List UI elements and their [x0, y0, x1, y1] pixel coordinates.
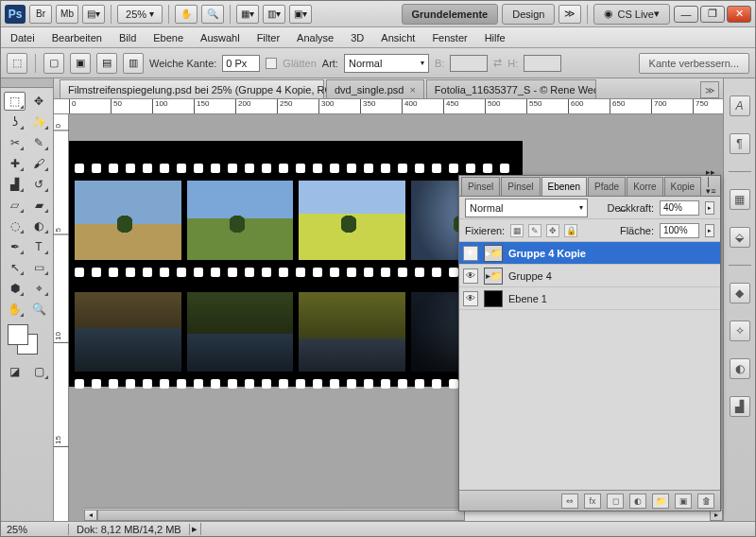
status-zoom[interactable]: 25% [1, 524, 69, 535]
tool-gradient[interactable]: ▰ [28, 196, 50, 215]
tool-move[interactable]: ✥ [28, 92, 50, 111]
doc-tabs-overflow[interactable]: ≫ [700, 81, 719, 98]
layer-name[interactable]: Gruppe 4 [508, 270, 552, 282]
lock-all-icon[interactable]: 🔒 [564, 224, 577, 237]
tool-stamp[interactable]: ▟ [4, 175, 26, 194]
dock-navigator-icon[interactable]: ✧ [730, 320, 750, 341]
status-menu-toggle[interactable]: ▸ [190, 523, 201, 535]
dock-swatches-icon[interactable]: ▦ [730, 189, 750, 210]
dock-paragraph-icon[interactable]: ¶ [730, 133, 750, 154]
selection-add[interactable]: ▣ [70, 53, 91, 74]
tool-lasso[interactable]: ʖ [4, 113, 26, 131]
ruler-horizontal[interactable]: 0501001502002503003504004505005506006507… [54, 99, 723, 114]
layer-row[interactable]: 👁 ▸📁 Gruppe 4 Kopie [459, 242, 720, 265]
fill-slider-toggle[interactable]: ▸ [705, 224, 714, 237]
doc-tab-2[interactable]: dvd_single.psd× [326, 79, 424, 98]
menu-ebene[interactable]: Ebene [153, 32, 183, 43]
tool-3d-camera[interactable]: ⌖ [28, 279, 50, 298]
opacity-slider-toggle[interactable]: ▸ [705, 201, 714, 215]
tool-eraser[interactable]: ▱ [4, 196, 26, 215]
visibility-toggle[interactable]: 👁 [463, 268, 478, 284]
doc-tab-3[interactable]: Fotolia_11635377_S - © Rene Wech [426, 79, 596, 98]
opacity-input[interactable]: 40% [660, 200, 699, 216]
foreground-swatch[interactable] [8, 324, 28, 345]
tool-blur[interactable]: ◌ [4, 217, 26, 235]
bridge-button[interactable]: Br [29, 5, 52, 24]
menu-hilfe[interactable]: Hilfe [485, 32, 506, 43]
layer-fx-icon[interactable]: fx [584, 494, 601, 509]
menu-fenster[interactable]: Fenster [432, 32, 467, 43]
selection-intersect[interactable]: ▥ [123, 53, 144, 74]
selection-new[interactable]: ▢ [43, 53, 64, 74]
menu-bearbeiten[interactable]: Bearbeiten [52, 32, 102, 43]
panel-tab-pinsel1[interactable]: Pinsel [461, 177, 500, 196]
feather-input[interactable] [222, 55, 260, 72]
window-minimize[interactable]: — [674, 6, 698, 23]
panel-tab-pfade[interactable]: Pfade [588, 177, 626, 196]
selection-subtract[interactable]: ▤ [96, 53, 117, 74]
menu-filter[interactable]: Filter [257, 32, 280, 43]
layer-row[interactable]: 👁 Ebene 1 [459, 287, 720, 310]
tool-shape[interactable]: ▭ [28, 258, 50, 277]
workspace-primary[interactable]: Grundelemente [402, 4, 499, 25]
visibility-toggle[interactable]: 👁 [463, 246, 478, 261]
scroll-left-icon[interactable]: ◂ [84, 510, 97, 521]
screen-mode-button[interactable]: ▣▾ [289, 5, 312, 24]
adjustment-layer-icon[interactable]: ◐ [629, 494, 646, 509]
ruler-vertical[interactable]: 051015 [54, 114, 69, 521]
tool-eyedropper[interactable]: ✎ [28, 133, 50, 152]
zoom-tool-button[interactable]: 🔍 [201, 5, 224, 24]
visibility-toggle[interactable]: 👁 [463, 291, 478, 306]
arrange-docs-button[interactable]: ▥▾ [263, 5, 285, 24]
panel-tab-korrekturen[interactable]: Korre [627, 177, 662, 196]
rotate-view-button[interactable]: ▦▾ [236, 5, 259, 24]
tool-brush[interactable]: 🖌 [28, 154, 50, 173]
tool-3d[interactable]: ⬢ [4, 279, 26, 298]
cslive-button[interactable]: ◉ CS Live ▾ [593, 4, 670, 25]
tool-marquee[interactable]: ⬚ [4, 92, 26, 111]
menu-3d[interactable]: 3D [351, 32, 364, 43]
lock-pixels-icon[interactable]: ▦ [510, 224, 524, 237]
doc-tab-1[interactable]: Filmstreifenspiegelung.psd bei 25% (Grup… [60, 79, 324, 98]
window-maximize[interactable]: ❐ [700, 6, 725, 23]
layer-mask-icon[interactable]: ◻ [607, 494, 624, 509]
dock-type-icon[interactable]: A [730, 95, 750, 116]
layer-name[interactable]: Gruppe 4 Kopie [508, 248, 586, 259]
zoom-combo[interactable]: 25% ▾ [117, 5, 163, 24]
current-tool-preset[interactable]: ⬚ [7, 53, 27, 74]
layer-name[interactable]: Ebene 1 [508, 293, 547, 304]
style-select[interactable]: Normal▾ [344, 54, 429, 73]
tool-magic-wand[interactable]: ✨ [28, 113, 50, 131]
tool-hand[interactable]: ✋ [4, 300, 26, 319]
tool-history-brush[interactable]: ↺ [28, 175, 50, 194]
panel-tab-ebenen[interactable]: Ebenen [541, 177, 587, 196]
view-extras-button[interactable]: ▤▾ [82, 5, 105, 24]
panel-tab-pinsel2[interactable]: Pinsel [501, 177, 540, 196]
minibridge-button[interactable]: Mb [56, 5, 78, 24]
tool-dodge[interactable]: ◐ [28, 217, 50, 235]
hand-tool-button[interactable]: ✋ [175, 5, 198, 24]
tool-screenmode[interactable]: ▢ [28, 362, 50, 381]
menu-ansicht[interactable]: Ansicht [381, 32, 415, 43]
workspace-more[interactable]: ≫ [558, 5, 581, 24]
fill-input[interactable]: 100% [660, 223, 699, 238]
blend-mode-select[interactable]: Normal▾ [465, 199, 588, 217]
status-docsize[interactable]: Dok: 8,12 MB/14,2 MB [69, 524, 190, 535]
lock-position-icon[interactable]: ✥ [546, 224, 559, 237]
tool-type[interactable]: T [28, 237, 50, 256]
panel-overflow-icon[interactable]: ▸▸ │ ▾≡ [702, 167, 720, 196]
layer-group-icon[interactable]: 📁 [652, 494, 669, 509]
tool-quickmask[interactable]: ◪ [4, 362, 26, 381]
menu-datei[interactable]: Datei [10, 32, 35, 43]
new-layer-icon[interactable]: ▣ [675, 494, 692, 509]
tool-path-select[interactable]: ↖ [4, 258, 26, 277]
link-layers-icon[interactable]: ⇔ [561, 494, 578, 509]
menu-auswahl[interactable]: Auswahl [200, 32, 240, 43]
dock-styles-icon[interactable]: ⬙ [730, 227, 750, 248]
color-swatches[interactable] [4, 324, 50, 358]
toolbox-grip[interactable] [1, 78, 53, 88]
layer-row[interactable]: 👁 ▸📁 Gruppe 4 [459, 265, 720, 287]
delete-layer-icon[interactable]: 🗑 [697, 494, 714, 509]
menu-bild[interactable]: Bild [119, 32, 136, 43]
refine-edge-button[interactable]: Kante verbessern... [639, 53, 749, 74]
